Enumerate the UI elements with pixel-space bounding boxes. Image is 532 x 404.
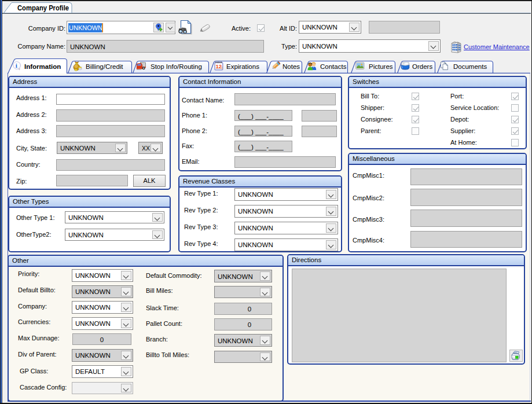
svg-text:Expirations: Expirations (226, 63, 259, 70)
svg-text:i: i (16, 62, 17, 69)
svg-text:Contacts: Contacts (320, 63, 347, 70)
svg-text:Notes: Notes (282, 63, 300, 70)
svg-text:Company Profile: Company Profile (17, 4, 69, 12)
svg-text:Information: Information (24, 63, 61, 70)
svg-text:Documents: Documents (453, 63, 487, 70)
svg-text:Billing/Credit: Billing/Credit (86, 63, 123, 70)
svg-text:Pictures: Pictures (369, 63, 393, 70)
svg-text:Orders: Orders (412, 63, 432, 70)
svg-text:Stop Info/Routing: Stop Info/Routing (151, 63, 202, 70)
svg-text:12: 12 (216, 63, 222, 69)
